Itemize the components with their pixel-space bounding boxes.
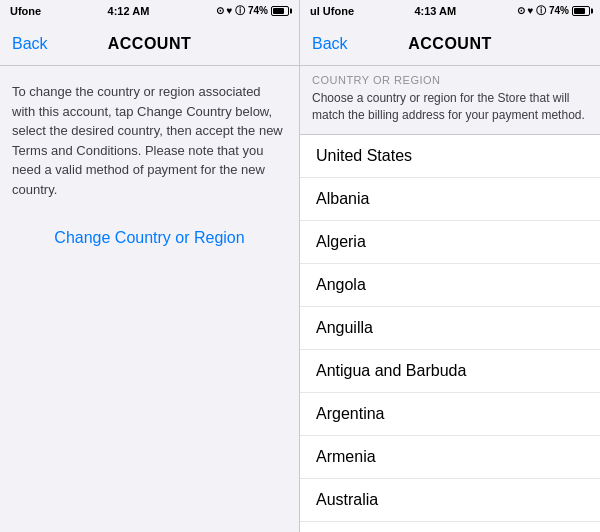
country-item[interactable]: Angola <box>300 264 600 307</box>
left-status-icons: ⊙ ♥ ⓘ 74% <box>216 4 289 18</box>
country-item[interactable]: Armenia <box>300 436 600 479</box>
country-item[interactable]: Argentina <box>300 393 600 436</box>
right-battery-icon <box>572 6 590 16</box>
right-time: 4:13 AM <box>414 5 456 17</box>
country-item[interactable]: Albania <box>300 178 600 221</box>
left-phone-screen: Ufone 4:12 AM ⊙ ♥ ⓘ 74% Back ACCOUNT To … <box>0 0 300 532</box>
right-status-bar: ul Ufone 4:13 AM ⊙ ♥ ⓘ 74% <box>300 0 600 22</box>
country-item[interactable]: Anguilla <box>300 307 600 350</box>
country-item[interactable]: Australia <box>300 479 600 522</box>
left-content: To change the country or region associat… <box>0 66 299 532</box>
country-section-label: COUNTRY OR REGION <box>312 74 588 86</box>
right-back-button[interactable]: Back <box>312 35 348 53</box>
country-item[interactable]: Antigua and Barbuda <box>300 350 600 393</box>
right-signal-text: ⊙ ♥ ⓘ 74% <box>517 4 569 18</box>
right-status-icons: ⊙ ♥ ⓘ 74% <box>517 4 590 18</box>
left-back-button[interactable]: Back <box>12 35 48 53</box>
country-header: COUNTRY OR REGION Choose a country or re… <box>300 66 600 135</box>
country-item[interactable]: Austria <box>300 522 600 532</box>
left-signal-text: ⊙ ♥ ⓘ 74% <box>216 4 268 18</box>
left-carrier: Ufone <box>10 5 41 17</box>
left-status-bar: Ufone 4:12 AM ⊙ ♥ ⓘ 74% <box>0 0 299 22</box>
left-nav-bar: Back ACCOUNT <box>0 22 299 66</box>
left-nav-title: ACCOUNT <box>108 35 192 53</box>
change-country-button[interactable]: Change Country or Region <box>12 219 287 257</box>
left-description: To change the country or region associat… <box>12 82 287 199</box>
left-time: 4:12 AM <box>108 5 150 17</box>
country-item[interactable]: United States <box>300 135 600 178</box>
country-section-desc: Choose a country or region for the Store… <box>312 90 588 124</box>
country-list: United StatesAlbaniaAlgeriaAngolaAnguill… <box>300 135 600 532</box>
right-carrier: ul Ufone <box>310 5 354 17</box>
country-item[interactable]: Algeria <box>300 221 600 264</box>
right-nav-bar: Back ACCOUNT <box>300 22 600 66</box>
left-battery-icon <box>271 6 289 16</box>
right-phone-screen: ul Ufone 4:13 AM ⊙ ♥ ⓘ 74% Back ACCOUNT … <box>300 0 600 532</box>
right-nav-title: ACCOUNT <box>408 35 492 53</box>
